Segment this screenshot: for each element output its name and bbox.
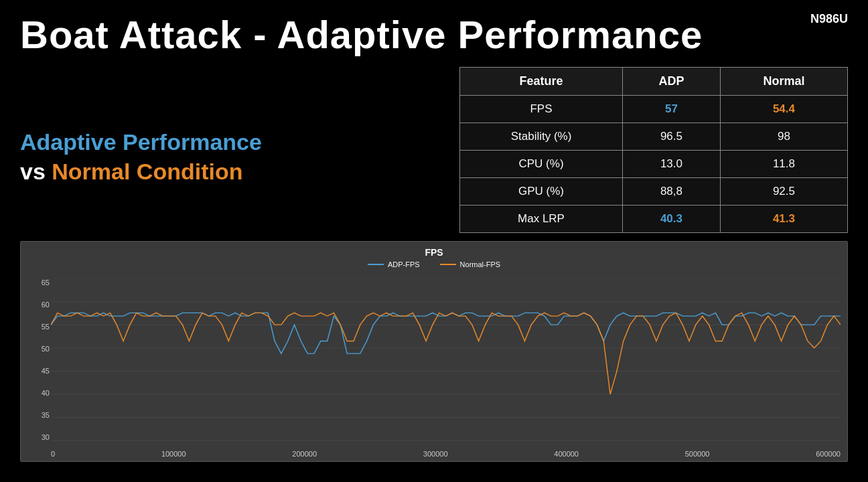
normal-fps: 54.4	[720, 96, 847, 123]
legend-normal: Normal-FPS	[440, 260, 501, 268]
x-label-200k: 200000	[292, 450, 317, 458]
x-label-0: 0	[51, 450, 55, 458]
legend-normal-label: Normal-FPS	[460, 260, 501, 268]
y-axis-labels: 65 60 55 50 45 40 35 30	[24, 278, 50, 441]
y-label-30: 30	[24, 433, 50, 441]
y-label-35: 35	[24, 411, 50, 419]
chart-title: FPS	[21, 242, 847, 258]
legend-adp-label: ADP-FPS	[388, 260, 420, 268]
col-normal-header: Normal	[720, 68, 847, 96]
adp-title: Adaptive Performance	[20, 127, 301, 157]
feature-cpu: CPU (%)	[460, 151, 623, 178]
feature-fps: FPS	[460, 96, 623, 123]
normal-gpu: 92.5	[720, 178, 847, 206]
x-label-400k: 400000	[554, 450, 579, 458]
normal-maxlrp: 41.3	[720, 206, 847, 233]
chart-svg-container	[51, 278, 841, 441]
page-title: Boat Attack - Adaptive Performance	[0, 0, 868, 60]
left-panel: Adaptive Performance vs Normal Condition	[20, 67, 301, 233]
vs-normal-line: vs Normal Condition	[20, 157, 301, 186]
x-axis-labels: 0 100000 200000 300000 400000 500000 600…	[51, 450, 841, 458]
table-row: FPS 57 54.4	[460, 96, 848, 123]
y-label-50: 50	[24, 345, 50, 353]
feature-gpu: GPU (%)	[460, 178, 623, 206]
adp-fps: 57	[623, 96, 721, 123]
y-label-40: 40	[24, 389, 50, 397]
adp-stability: 96.5	[623, 123, 721, 151]
normal-cpu: 11.8	[720, 151, 847, 178]
table-row: Stability (%) 96.5 98	[460, 123, 848, 151]
x-label-100k: 100000	[161, 450, 186, 458]
table-row: Max LRP 40.3 41.3	[460, 206, 848, 233]
adp-maxlrp: 40.3	[623, 206, 721, 233]
stats-table: Feature ADP Normal FPS 57 54.4 Stability…	[459, 67, 848, 233]
fps-chart: FPS ADP-FPS Normal-FPS 65 60 55 50 45 40…	[20, 241, 848, 462]
x-label-300k: 300000	[423, 450, 448, 458]
normal-condition-word: Normal Condition	[52, 159, 242, 184]
adp-cpu: 13.0	[623, 151, 721, 178]
y-label-45: 45	[24, 367, 50, 375]
vs-word: vs	[20, 159, 46, 184]
col-feature-header: Feature	[460, 68, 623, 96]
table-row: CPU (%) 13.0 11.8	[460, 151, 848, 178]
chart-legend: ADP-FPS Normal-FPS	[21, 260, 847, 268]
stats-table-container: Feature ADP Normal FPS 57 54.4 Stability…	[315, 67, 848, 233]
feature-maxlrp: Max LRP	[460, 206, 623, 233]
legend-adp: ADP-FPS	[368, 260, 420, 268]
x-label-600k: 600000	[816, 450, 841, 458]
x-label-500k: 500000	[685, 450, 710, 458]
normal-stability: 98	[720, 123, 847, 151]
table-row: GPU (%) 88,8 92.5	[460, 178, 848, 206]
legend-blue-line	[368, 264, 384, 265]
feature-stability: Stability (%)	[460, 123, 623, 151]
col-adp-header: ADP	[623, 68, 721, 96]
y-label-55: 55	[24, 323, 50, 331]
chart-svg	[51, 278, 841, 441]
device-label: N986U	[810, 12, 848, 26]
adp-fps-line	[51, 313, 841, 353]
legend-orange-line	[440, 264, 456, 265]
y-label-60: 60	[24, 301, 50, 309]
y-label-65: 65	[24, 278, 50, 287]
adp-gpu: 88,8	[623, 178, 721, 206]
